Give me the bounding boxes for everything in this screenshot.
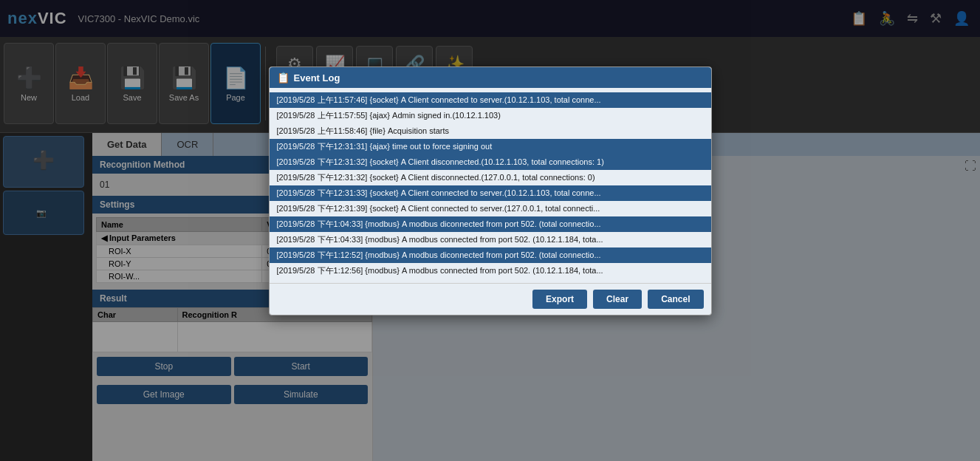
log-row[interactable]: [2019/5/28 下午12:31:39] {socket} A Client… [270,201,711,216]
cancel-button[interactable]: Cancel [648,290,703,309]
modal-footer: Export Clear Cancel [270,283,711,315]
event-log-modal: 📋 Event Log [2019/5/28 上午11:57:46] {sock… [269,66,712,315]
log-row[interactable]: [2019/5/28 下午1:12:56] {modbus} A modbus … [270,263,711,279]
modal-body: [2019/5/28 上午11:57:46] {socket} A Client… [270,88,711,283]
clear-button[interactable]: Clear [593,290,642,309]
log-row[interactable]: [2019/5/28 下午1:04:33] {modbus} A modbus … [270,232,711,247]
log-row[interactable]: [2019/5/28 下午12:31:31] {ajax} time out t… [270,139,711,154]
export-button[interactable]: Export [532,290,587,309]
log-row[interactable]: [2019/5/28 下午1:04:33] {modbus} A modbus … [270,216,711,232]
modal-overlay: 📋 Event Log [2019/5/28 上午11:57:46] {sock… [0,0,980,461]
log-row[interactable]: [2019/5/28 下午12:31:32] {socket} A Client… [270,170,711,185]
log-row[interactable]: [2019/5/28 上午11:57:55] {ajax} Admin sign… [270,108,711,123]
log-row[interactable]: [2019/5/28 下午12:31:33] {socket} A Client… [270,185,711,201]
modal-title: Event Log [294,72,340,83]
log-row[interactable]: [2019/5/28 下午1:12:52] {modbus} A modbus … [270,247,711,263]
modal-title-icon: 📋 [277,72,289,83]
modal-title-bar: 📋 Event Log [270,67,711,88]
log-row[interactable]: [2019/5/28 上午11:58:46] {file} Acquisitio… [270,123,711,139]
log-row[interactable]: [2019/5/28 下午12:31:32] {socket} A Client… [270,154,711,170]
log-row[interactable]: [2019/5/28 上午11:57:46] {socket} A Client… [270,92,711,108]
